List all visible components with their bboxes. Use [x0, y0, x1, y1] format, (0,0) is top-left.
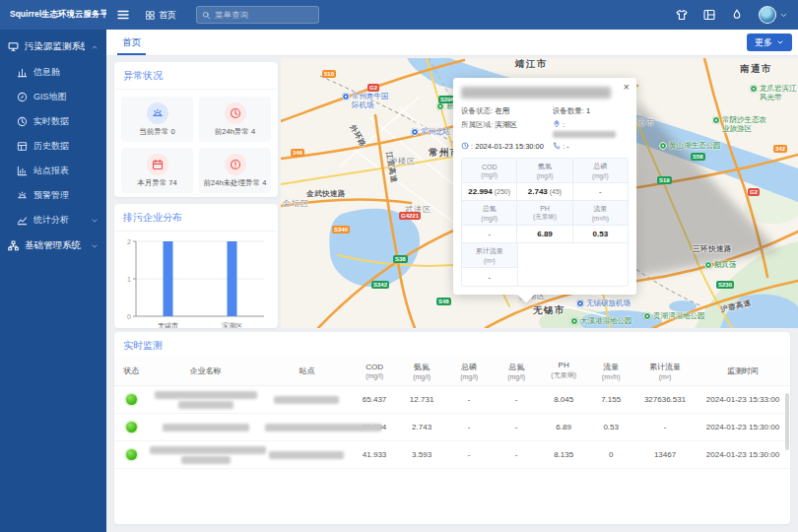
close-icon[interactable]: ×	[624, 82, 630, 93]
stat-card: 前24h未处理异常 4	[199, 148, 271, 193]
popup-table-cell: 总磷(mg/l)	[573, 159, 628, 183]
tab-home[interactable]: 首页	[117, 36, 146, 55]
enterprise-distribution-panel: 排污企业分布 012无锡市滨湖区	[114, 204, 278, 328]
metric-value: 3.593	[398, 441, 445, 469]
stat-card: 前24h异常 4	[199, 97, 271, 142]
metric-value: 41.933	[351, 441, 398, 469]
history-icon	[17, 141, 28, 152]
popup-info-item: 设备状态: 在用	[461, 106, 549, 116]
sidebar-item-label: 统计分析	[33, 214, 85, 227]
site-name-redacted	[263, 441, 351, 469]
popup-table-row: 22.994 (250)2.743 (45)-	[462, 183, 628, 201]
svg-text:无锡市: 无锡市	[158, 321, 178, 328]
table-row[interactable]: 65.43712.731--8.0457.155327636.5312024-0…	[114, 386, 790, 414]
popup-table-cell: -	[462, 226, 517, 243]
menu-search	[196, 6, 319, 24]
stat-card: 当前异常 0	[121, 97, 193, 142]
map-label: 外环路	[348, 123, 368, 149]
chevron-down-icon	[776, 38, 784, 46]
stat-card-label: 前24h未处理异常 4	[204, 178, 267, 188]
park-poi-icon	[436, 102, 444, 110]
station-name-redacted	[461, 87, 611, 99]
table-row[interactable]: 41.9333.593--8.1350134672024-01-23 15:30…	[114, 441, 790, 469]
monitor-icon	[8, 41, 19, 52]
sidebar-item[interactable]: GIS地图	[0, 85, 106, 109]
metric-value: 6.89	[540, 414, 587, 441]
site-name-redacted	[263, 386, 351, 414]
transport-poi-icon	[576, 299, 584, 307]
chevron-down-icon	[91, 217, 99, 225]
metric-value: 8.045	[540, 386, 587, 414]
stat-card: 本月异常 74	[121, 148, 193, 193]
realtime-table: 状态企业名称站点COD(mg/l)氨氮(mg/l)总磷(mg/l)总氮(mg/l…	[114, 357, 790, 469]
popup-table-row: 总氮(mg/l)PH(无量纲)流量(m³/h)	[462, 201, 628, 226]
popup-table-cell: PH(无量纲)	[517, 201, 572, 226]
popup-table-row: -6.890.53	[462, 226, 628, 243]
chevron-down-icon[interactable]	[779, 11, 788, 20]
vertical-scrollbar[interactable]	[785, 393, 789, 450]
siren-icon	[147, 102, 168, 124]
user-avatar[interactable]	[759, 6, 776, 24]
clock-icon	[461, 142, 469, 150]
enterprise-name-redacted	[148, 414, 263, 441]
stat-card-label: 前24h异常 4	[215, 127, 255, 137]
base-icon	[8, 240, 19, 251]
gis-icon	[17, 92, 28, 102]
popup-metrics-table: COD(mg/l)氨氮(mg/l)总磷(mg/l)22.994 (250)2.7…	[461, 158, 629, 287]
theme-skin-icon[interactable]	[676, 9, 688, 21]
road-badge: 342	[773, 145, 787, 153]
road-badge: S342	[371, 281, 389, 289]
gis-map[interactable]: 靖江市南通市常州市无锡市钟楼区武进区金坛区滨湖区港市常州奔牛国际机场常州北站无锡…	[281, 58, 798, 328]
more-button[interactable]: 更多	[747, 33, 792, 51]
sidebar-item[interactable]: 统计分析	[0, 208, 106, 233]
stat-card-label: 当前异常 0	[139, 127, 174, 137]
popup-table-cell: COD(mg/l)	[462, 159, 517, 183]
sidebar-item-label: GIS地图	[33, 91, 99, 103]
metric-value: 7.155	[587, 386, 634, 414]
popup-info-item: :	[553, 120, 629, 138]
metric-value: -	[493, 441, 540, 469]
sidebar-nav: 污染源监测系统信息舱GIS地图实时数据历史数据站点报表预警管理统计分析基础管理系…	[0, 30, 106, 532]
sidebar-item[interactable]: 预警管理	[0, 183, 106, 208]
road-badge: S19	[657, 176, 672, 184]
sidebar-item-label: 站点报表	[33, 165, 99, 177]
sidebar-group[interactable]: 基础管理系统	[0, 233, 106, 259]
sidebar-group-label: 污染源监测系统	[25, 40, 85, 53]
column-header: 总氮(mg/l)	[493, 357, 540, 386]
metric-value: 12.731	[398, 386, 445, 414]
breadcrumb-label: 首页	[159, 9, 176, 22]
popup-table-cell: 累计流量(m³)	[462, 243, 518, 268]
metric-value: 2024-01-23 15:30:00	[696, 441, 790, 469]
sidebar-group[interactable]: 污染源监测系统	[0, 33, 106, 60]
metric-value: 13467	[634, 441, 696, 469]
alert-icon	[17, 190, 28, 201]
redacted-text	[553, 131, 616, 138]
table-row[interactable]: 22.9942.743--6.890.53-2024-01-23 15:30:0…	[114, 414, 790, 441]
popup-table-cell: 流量(m³/h)	[573, 201, 628, 226]
sidebar-item-label: 历史数据	[33, 140, 99, 153]
road-badge: S58	[691, 153, 705, 161]
realtime-monitor-panel: 实时监测 状态企业名称站点COD(mg/l)氨氮(mg/l)总磷(mg/l)总氮…	[114, 332, 790, 524]
map-label: 南通市	[740, 63, 772, 76]
panel-title: 实时监测	[114, 332, 790, 357]
popup-table-cell: 6.89	[517, 226, 572, 243]
park-poi-icon	[659, 142, 667, 150]
metric-value: 0	[587, 441, 634, 469]
calendar-icon	[147, 154, 168, 175]
metric-value: 2024-01-23 15:30:00	[696, 414, 790, 441]
column-header: 累计流量(m³)	[634, 357, 696, 386]
sidebar-item[interactable]: 站点报表	[0, 159, 106, 183]
flame-icon[interactable]	[731, 9, 743, 21]
popup-info-item: 设备数量: 1	[553, 106, 629, 116]
breadcrumb[interactable]: 首页	[146, 9, 176, 22]
sidebar-item[interactable]: 实时数据	[0, 109, 106, 134]
map-label: 常州北站	[411, 127, 450, 137]
layout-grid-icon[interactable]	[703, 9, 715, 21]
popup-table-cell: 22.994 (250)	[462, 183, 517, 201]
map-label: 靖江市	[515, 58, 548, 71]
search-input[interactable]	[215, 10, 313, 20]
sidebar-item[interactable]: 历史数据	[0, 134, 106, 159]
road-badge: 510	[322, 70, 336, 78]
menu-toggle-icon[interactable]	[116, 9, 130, 21]
sidebar-item[interactable]: 信息舱	[0, 60, 106, 85]
